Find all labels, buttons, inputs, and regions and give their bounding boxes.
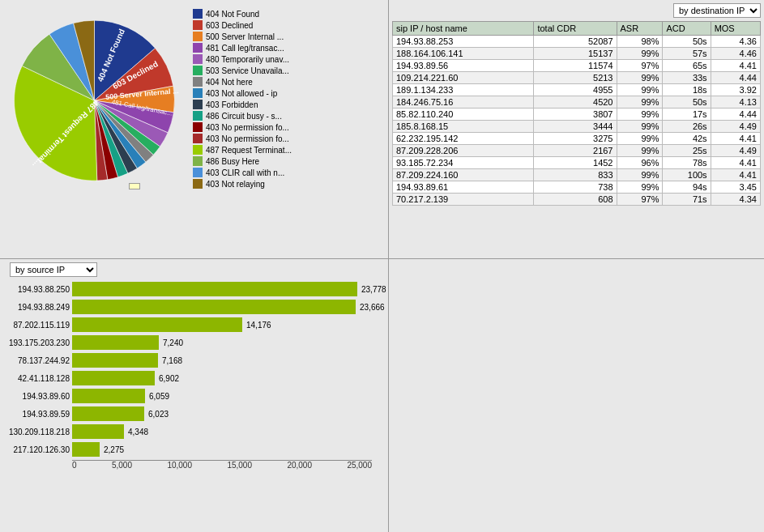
- bar-value: 2,275: [102, 445, 124, 454]
- list-item: 87.202.115.119 14,176: [72, 317, 377, 332]
- legend-color: [193, 43, 203, 53]
- table-cell: 185.8.168.15: [393, 121, 534, 133]
- x-axis-label: 0: [72, 461, 77, 470]
- bar-track: 23,778: [72, 282, 372, 296]
- list-item: 194.93.89.59 6,023: [72, 406, 377, 421]
- pie-tooltip: [129, 183, 140, 189]
- bar-fill: [72, 442, 100, 457]
- table-cell: 99%: [617, 48, 663, 60]
- table-cell: 2167: [534, 145, 617, 157]
- bar-value: 23,666: [358, 303, 385, 312]
- legend-item: 603 Declined: [193, 20, 385, 30]
- asr-table: sip IP / host nametotal CDRASRACDMOS 194…: [392, 21, 761, 206]
- top-ip-dropdown[interactable]: by source IPby destination IP: [10, 262, 97, 277]
- table-cell: 4.46: [711, 48, 760, 60]
- table-cell: 85.82.110.240: [393, 109, 534, 121]
- legend-label: 480 Temporarily unav...: [206, 55, 289, 64]
- bar-fill: [72, 317, 242, 332]
- legend-color: [193, 77, 203, 87]
- table-cell: 194.93.89.56: [393, 60, 534, 72]
- table-cell: 4.41: [711, 157, 760, 169]
- bar-fill: [72, 371, 155, 385]
- table-cell: 4.44: [711, 109, 760, 121]
- table-cell: 3275: [534, 133, 617, 145]
- table-cell: 4.49: [711, 145, 760, 157]
- asr-col-header: sip IP / host name: [393, 22, 534, 36]
- legend-color: [193, 54, 203, 64]
- table-cell: 99%: [617, 84, 663, 96]
- table-cell: 99%: [617, 169, 663, 181]
- legend-color: [193, 88, 203, 98]
- legend-item: 404 Not here: [193, 77, 385, 87]
- legend-label: 403 CLIR call with n...: [206, 168, 284, 177]
- bar-track: 2,275: [72, 442, 372, 457]
- bar-value: 6,902: [157, 374, 179, 383]
- list-item: 130.209.118.218 4,348: [72, 424, 377, 439]
- legend-item: 403 Forbidden: [193, 100, 385, 109]
- legend-label: 503 Service Unavaila...: [206, 66, 289, 75]
- table-cell: 3.45: [711, 181, 760, 194]
- asr-dropdown[interactable]: by destination IPby source IP: [673, 3, 761, 18]
- bar-ip-label: 194.93.89.60: [1, 392, 70, 401]
- table-cell: 4.13: [711, 96, 760, 109]
- asr-col-header: total CDR: [534, 22, 617, 36]
- bar-value: 7,168: [160, 356, 182, 365]
- bar-fill: [72, 282, 357, 296]
- legend-item: 403 CLIR call with n...: [193, 168, 385, 177]
- bar-fill: [72, 300, 356, 314]
- legend-label: 486 Busy Here: [206, 157, 259, 166]
- legend-color: [193, 100, 203, 109]
- x-axis-label: 15,000: [227, 461, 252, 470]
- bar-ip-label: 194.93.89.59: [1, 410, 70, 419]
- table-cell: 42s: [663, 133, 711, 145]
- list-item: 194.93.88.249 23,666: [72, 300, 377, 314]
- table-cell: 109.214.221.60: [393, 72, 534, 84]
- bar-value: 6,023: [147, 410, 169, 419]
- table-cell: 4.34: [711, 194, 760, 206]
- table-row: 87.209.228.206216799%25s4.49: [393, 145, 761, 157]
- table-cell: 87.209.228.206: [393, 145, 534, 157]
- table-cell: 3444: [534, 121, 617, 133]
- legend-item: 480 Temporarily unav...: [193, 54, 385, 64]
- list-item: 78.137.244.92 7,168: [72, 353, 377, 368]
- legend-color: [193, 66, 203, 75]
- legend-label: 486 Circuit busy - s...: [206, 112, 282, 121]
- asr-col-header: ASR: [617, 22, 663, 36]
- table-cell: 93.185.72.234: [393, 157, 534, 169]
- table-cell: 738: [534, 181, 617, 194]
- legend-color: [193, 32, 203, 41]
- table-cell: 98%: [617, 36, 663, 48]
- table-cell: 5213: [534, 72, 617, 84]
- legend-label: 403 No permission fo...: [206, 123, 289, 132]
- bar-ip-label: 78.137.244.92: [1, 356, 70, 365]
- legend-label: 403 Forbidden: [206, 100, 258, 109]
- table-cell: 3.92: [711, 84, 760, 96]
- table-cell: 99%: [617, 121, 663, 133]
- table-cell: 94s: [663, 181, 711, 194]
- table-cell: 189.1.134.233: [393, 84, 534, 96]
- table-row: 188.164.106.1411513799%57s4.46: [393, 48, 761, 60]
- legend-item: 404 Not Found: [193, 9, 385, 19]
- legend-item: 486 Busy Here: [193, 156, 385, 166]
- x-axis-label: 10,000: [167, 461, 192, 470]
- legend-color: [193, 168, 203, 177]
- legend-label: 403 Not allowed - ip: [206, 89, 277, 98]
- x-axis-label: 20,000: [287, 461, 312, 470]
- table-cell: 4.44: [711, 72, 760, 84]
- bottom-row: by source IPby destination IP 194.93.88.…: [0, 259, 764, 532]
- legend-item: 403 No permission fo...: [193, 134, 385, 143]
- table-cell: 33s: [663, 72, 711, 84]
- table-row: 189.1.134.233495599%18s3.92: [393, 84, 761, 96]
- table-cell: 26s: [663, 121, 711, 133]
- bar-track: 6,059: [72, 389, 372, 403]
- legend-item: 403 Not allowed - ip: [193, 88, 385, 98]
- bar-value: 4,348: [126, 428, 148, 436]
- legend-color: [193, 20, 203, 30]
- bar-ip-label: 217.120.126.30: [1, 445, 70, 454]
- table-cell: 100s: [663, 169, 711, 181]
- table-cell: 99%: [617, 133, 663, 145]
- bar-value: 23,778: [360, 285, 386, 294]
- legend-label: 500 Server Internal ...: [206, 32, 284, 41]
- table-row: 62.232.195.142327599%42s4.41: [393, 133, 761, 145]
- list-item: 42.41.118.128 6,902: [72, 371, 377, 385]
